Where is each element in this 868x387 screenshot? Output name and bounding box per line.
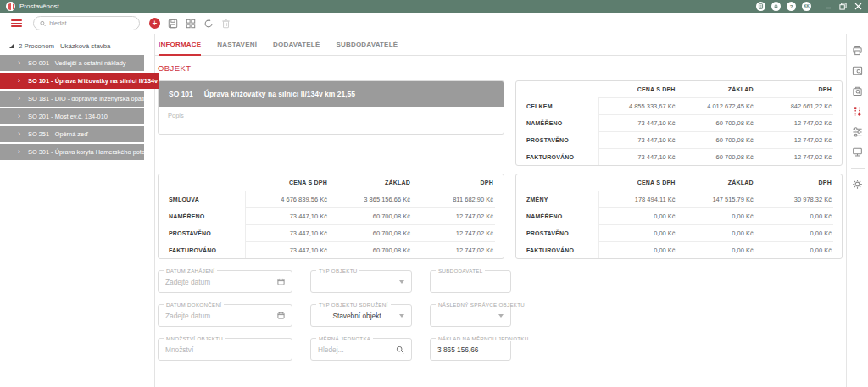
table-row: FAKTUROVÁNO73 447,10 Kč60 700,08 Kč12 74… [525,148,833,165]
main-area: INFORMACE NASTAVENÍ DODAVATELÉ SUBDODAVA… [155,34,846,387]
field-subdodavatel[interactable]: SUBDODAVATEL [430,270,511,293]
column-header: CENA S DPH [246,174,329,191]
sidebar-item-so251[interactable]: ›SO 251 - Opěrná zeď [0,126,144,142]
printer-icon[interactable] [852,45,863,56]
chevron-down-icon[interactable] [399,314,404,318]
add-button[interactable]: + [148,17,161,30]
gear-icon[interactable] [852,179,863,190]
search-icon[interactable] [396,346,404,354]
search-icon [40,20,46,27]
chevron-right-icon: › [18,77,20,85]
tab-subdodavatele[interactable]: SUBDODAVATELÉ [336,34,398,55]
sidebar-item-so201[interactable]: ›SO 201 - Most ev.č. 134-010 [0,108,144,124]
sidebar-item-so181[interactable]: ›SO 181 - DIO - dopravně inženýrská opat… [0,91,144,107]
column-header: DPH [755,174,833,191]
table-row: CELKEM4 855 333,67 Kč4 012 672,45 Kč842 … [525,97,833,114]
table-row: PROSTAVĚNO73 447,10 Kč60 700,08 Kč12 747… [167,224,495,241]
tree-root-node[interactable]: 2 Proconom - Ukázková stavba [0,39,154,53]
chevron-right-icon: › [18,113,20,120]
chevron-right-icon: › [18,130,20,138]
sidebar-item-so101[interactable]: ›SO 101 - Úprava křižovatky na silnici I… [0,73,159,89]
close-button[interactable] [854,3,862,10]
sidebar-item-so001[interactable]: ›SO 001 - Vedlejší a ostatní náklady [0,55,144,71]
column-header: CENA S DPH [598,174,676,191]
table-row: ZMĚNY178 494,11 Kč147 515,79 Kč30 978,32… [525,191,833,207]
table-row: FAKTUROVÁNO73 447,10 Kč60 700,08 Kč12 74… [167,241,495,258]
menu-icon[interactable] [11,19,22,27]
field-datum-zahajeni[interactable]: DATUM ZAHÁJENÍ Zadejte datum [158,270,292,293]
compare-icon[interactable] [852,106,863,117]
tab-dodavatele[interactable]: DODAVATELÉ [273,34,320,55]
field-nasledny-spravce[interactable]: NÁSLEDNÝ SPRÁVCE OBJEKTU [430,304,511,327]
zmeny-table: CENA S DPH ZÁKLAD DPH ZMĚNY178 494,11 Kč… [515,174,843,259]
field-naklad-na-mj[interactable]: NÁKLAD NA MĚRNOU JEDNOTKU 3 865 156,66 [430,338,511,361]
object-name: Úprava křižovatky na silnici II/134v km … [204,90,355,98]
chevron-down-icon[interactable] [498,314,504,318]
column-header: ZÁKLAD [677,174,755,191]
object-code: SO 101 [169,90,193,98]
app-logo-icon [6,2,15,11]
table-row: FAKTUROVÁNO0,00 Kč0,00 Kč0,00 Kč [525,241,833,258]
table-row: NAMĚŘENO73 447,10 Kč60 700,08 Kč12 747,0… [167,207,495,224]
tab-bar: INFORMACE NASTAVENÍ DODAVATELÉ SUBDODAVA… [155,34,846,56]
table-row: SMLOUVA4 676 839,56 Kč3 865 156,66 Kč811… [167,191,495,207]
column-header: ZÁKLAD [329,174,412,191]
table-row: PROSTAVĚNO73 447,10 Kč60 700,08 Kč12 747… [525,131,833,148]
delete-button[interactable] [220,17,232,30]
field-typ-objektu[interactable]: TYP OBJEKTU [310,270,412,293]
rail-divider [851,168,865,169]
sliders-icon[interactable] [852,126,863,137]
tree-expand-icon[interactable] [9,44,14,48]
tab-nastaveni[interactable]: NASTAVENÍ [217,34,257,55]
field-typ-objektu-sdruzeni[interactable]: TYP OBJEKTU SDRUŽENÍ Stavební objekt [310,304,412,327]
chevron-right-icon: › [18,148,20,156]
object-form: DATUM ZAHÁJENÍ Zadejte datum TYP OBJEKTU… [158,270,843,361]
monitor-icon[interactable] [852,147,863,158]
field-merna-jednotka[interactable]: MĚRNÁ JEDNOTKA Hledej... [310,338,412,361]
sidebar-item-so301[interactable]: ›SO 301 - Úprava koryta Hamerského potok… [0,144,144,160]
toolbar: + [0,13,868,34]
section-title: OBJEKT [158,64,843,73]
app-window: Prostavěnost ? KK + [0,0,868,387]
object-header: SO 101 Úprava křižovatky na silnici II/1… [159,81,504,107]
document-search-icon[interactable] [852,65,863,76]
right-toolbar [846,34,868,387]
calendar-icon[interactable] [277,312,285,319]
bell-icon[interactable] [771,2,781,11]
description-input[interactable]: Popis [159,107,504,134]
app-title: Prostavěnost [19,3,59,10]
table-row: PROSTAVĚNO0,00 Kč0,00 Kč0,00 Kč [525,224,833,241]
table-row: NAMĚŘENO73 447,10 Kč60 700,08 Kč12 747,0… [525,114,833,131]
search-input[interactable] [49,19,133,27]
column-header: DPH [755,81,833,97]
save-button[interactable] [166,17,179,30]
refresh-button[interactable] [202,17,214,30]
chevron-right-icon: › [18,95,20,102]
column-header: CENA S DPH [598,81,676,97]
chevron-down-icon[interactable] [399,280,404,284]
table-row: NAMĚŘENO0,00 Kč0,00 Kč0,00 Kč [525,207,833,224]
field-mnozstvi-objektu[interactable]: MNOŽSTVÍ OBJEKTU Množství [158,338,292,361]
avatar[interactable]: KK [802,2,811,11]
column-header: DPH [412,174,495,191]
object-card: SO 101 Úprava křižovatky na silnici II/1… [158,80,504,135]
search-box[interactable] [33,16,140,30]
column-header: ZÁKLAD [677,81,755,97]
smlouva-table: CENA S DPH ZÁKLAD DPH SMLOUVA4 676 839,5… [158,174,504,259]
help-icon[interactable]: ? [787,2,796,11]
clipboard-search-icon[interactable] [852,86,863,97]
tab-informace[interactable]: INFORMACE [159,34,201,55]
calendar-icon[interactable] [277,278,285,285]
minimize-button[interactable] [825,3,832,10]
grid-view-button[interactable] [184,17,197,30]
titlebar: Prostavěnost ? KK [0,0,868,13]
sidebar: 2 Proconom - Ukázková stavba ›SO 001 - V… [0,34,155,387]
totals-table: CENA S DPH ZÁKLAD DPH CELKEM4 855 333,67… [515,80,843,166]
docs-icon[interactable] [756,2,765,11]
field-datum-dokonceni[interactable]: DATUM DOKONČENÍ Zadejte datum [158,304,292,327]
restore-button[interactable] [839,3,847,10]
chevron-right-icon: › [18,59,20,67]
